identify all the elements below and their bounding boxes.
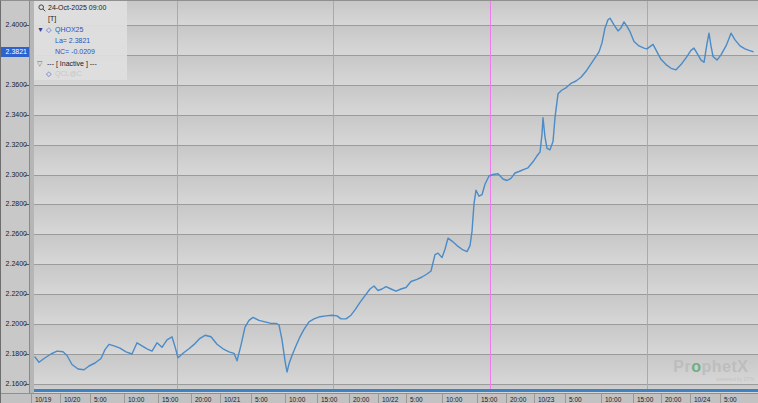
ghost-series-marker-icon: ◇ — [46, 70, 51, 78]
interval-label: [T] — [48, 14, 56, 23]
time-axis-separator — [601, 394, 602, 403]
time-axis-label: 10/19 — [35, 396, 51, 403]
time-axis-label: 20:00 — [353, 396, 369, 403]
y-axis-label: 2.2000 — [1, 320, 27, 328]
time-axis-label: 10/22 — [382, 396, 398, 403]
time-axis-separator — [220, 394, 221, 403]
time-axis-separator — [60, 394, 61, 403]
time-axis-label: 15:00 — [637, 396, 653, 403]
y-axis-label: 2.3400 — [1, 111, 27, 119]
net-change-label: NC= -0.0209 — [55, 47, 95, 56]
time-axis-separator — [251, 394, 252, 403]
time-axis-separator — [534, 394, 535, 403]
time-axis-label: 10:00 — [128, 396, 144, 403]
time-axis-separator — [506, 394, 507, 403]
time-axis-label: 20:00 — [510, 396, 526, 403]
y-axis-label: 2.2400 — [1, 260, 27, 268]
y-axis-label: 2.2600 — [1, 230, 27, 238]
inactive-expander-icon[interactable]: ▽ — [37, 60, 42, 68]
y-axis-label: 2.3000 — [1, 171, 27, 179]
y-axis-label: 2.3200 — [1, 141, 27, 149]
price-axis[interactable]: 2.40002.38002.36002.34002.32002.30002.28… — [1, 1, 29, 393]
time-axis-separator — [90, 394, 91, 403]
time-axis-label: 10:00 — [446, 396, 462, 403]
time-axis-separator — [477, 394, 478, 403]
inactive-label[interactable]: --- [ Inactive ] --- — [47, 59, 97, 68]
time-axis-label: 15:00 — [321, 396, 337, 403]
y-axis-label: 2.3600 — [1, 81, 27, 89]
time-axis[interactable]: 10/1910/205:0010:0015:0020:0010/215:0010… — [1, 393, 758, 403]
cursor-timestamp: 24-Oct-2025 09:00 — [48, 3, 106, 12]
time-axis-label: 10/23 — [538, 396, 554, 403]
time-axis-separator — [31, 394, 32, 403]
plot-area[interactable]: ProphetX™ powered by DTN 24-Oct-2025 09:… — [34, 1, 758, 393]
time-axis-label: 5:00 — [255, 396, 268, 403]
series-expander-icon[interactable]: ▼ — [37, 26, 44, 34]
chart-bottom-edge — [34, 389, 758, 392]
time-axis-separator — [661, 394, 662, 403]
time-axis-separator — [349, 394, 350, 403]
time-axis-separator — [633, 394, 634, 403]
time-axis-label: 10/21 — [224, 396, 240, 403]
y-axis-label: 2.1800 — [1, 350, 27, 358]
series-marker-icon: ◇ — [46, 26, 51, 34]
time-axis-label: 10:00 — [289, 396, 305, 403]
time-axis-separator — [317, 394, 318, 403]
last-price-label: La= 2.3821 — [55, 36, 90, 45]
time-axis-label: 5:00 — [724, 396, 737, 403]
time-axis-label: 10/20 — [64, 396, 80, 403]
ghost-symbol-label: QCL@C — [55, 69, 82, 78]
time-axis-label: 10/24 — [694, 396, 710, 403]
time-axis-label: 20:00 — [665, 396, 681, 403]
y-axis-label: 2.4000 — [1, 21, 27, 29]
price-line-canvas — [34, 1, 758, 393]
symbol-label[interactable]: QHOX25 — [55, 25, 83, 34]
time-axis-label: 5:00 — [569, 396, 582, 403]
last-price-tag: 2.3821 — [1, 47, 29, 57]
time-axis-label: 5:00 — [410, 396, 423, 403]
time-axis-separator — [442, 394, 443, 403]
time-axis-label: 10:00 — [605, 396, 621, 403]
time-axis-label: 15:00 — [481, 396, 497, 403]
time-axis-separator — [378, 394, 379, 403]
price-line — [35, 18, 753, 372]
time-axis-separator — [690, 394, 691, 403]
time-axis-separator — [124, 394, 125, 403]
time-axis-separator — [285, 394, 286, 403]
time-axis-separator — [191, 394, 192, 403]
y-axis-label: 2.1600 — [1, 380, 27, 388]
time-axis-label: 5:00 — [94, 396, 107, 403]
time-axis-separator — [720, 394, 721, 403]
time-axis-label: 20:00 — [195, 396, 211, 403]
time-axis-separator — [158, 394, 159, 403]
time-axis-label: 15:00 — [162, 396, 178, 403]
time-axis-separator — [565, 394, 566, 403]
magnifier-icon[interactable] — [38, 4, 46, 12]
chart-window: ProphetX™ powered by DTN 24-Oct-2025 09:… — [0, 0, 758, 403]
time-axis-separator — [406, 394, 407, 403]
y-axis-label: 2.2200 — [1, 290, 27, 298]
y-axis-label: 2.2800 — [1, 200, 27, 208]
chart-legend: 24-Oct-2025 09:00 [T] ▼ ◇ QHOX25 La= 2.3… — [34, 1, 127, 80]
